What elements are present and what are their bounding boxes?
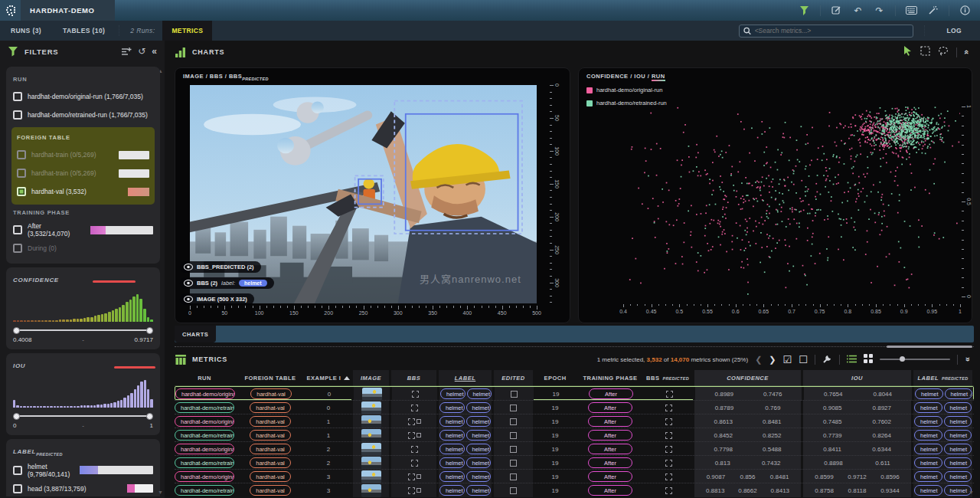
col-training-phase[interactable]: TRAINING PHASE — [577, 370, 643, 386]
scrollbar-thumb[interactable] — [887, 346, 972, 348]
label-pill[interactable]: helmet — [439, 485, 465, 496]
label-predicted-pill[interactable]: helmet — [914, 457, 942, 468]
checkbox[interactable] — [13, 484, 22, 493]
tab-metrics[interactable]: METRICS — [162, 21, 212, 41]
log-button[interactable]: LOG — [936, 27, 972, 34]
run-pill[interactable]: hardhat-demo/original-run — [175, 388, 235, 399]
collapse-sidebar-icon[interactable]: « — [152, 46, 157, 57]
table-row[interactable]: hardhat-demo/retrained-runhardhat-val3he… — [175, 483, 974, 496]
filter-item-foreign-table[interactable]: hardhat-train (0/5,269) — [17, 164, 149, 182]
edited-checkbox[interactable] — [510, 432, 517, 439]
iou-range-slider[interactable] — [13, 411, 153, 421]
checkbox[interactable] — [17, 169, 26, 178]
edited-checkbox[interactable] — [510, 405, 517, 411]
edited-checkbox[interactable] — [510, 473, 517, 480]
tools-icon[interactable] — [822, 354, 832, 365]
label-predicted-pill[interactable]: helmet — [914, 444, 942, 454]
col-foreign-table[interactable]: FOREIGN TABLE — [234, 370, 306, 386]
label-predicted-pill[interactable]: helmet — [944, 485, 972, 496]
add-filter-icon[interactable] — [121, 47, 132, 56]
run-pill[interactable]: hardhat-demo/original-run — [175, 444, 234, 454]
select-none-icon[interactable]: ☐ — [799, 354, 808, 365]
foreign-table-pill[interactable]: hardhat-val — [250, 388, 292, 399]
search-box[interactable] — [739, 25, 913, 38]
run-pill[interactable]: hardhat-demo/retrained-run — [175, 430, 234, 441]
col-edited[interactable]: EDITED — [492, 370, 533, 386]
foreign-table-pill[interactable]: hardhat-val — [250, 457, 291, 468]
filter-item-training-phase[interactable]: After (3,532/14,070) — [13, 221, 153, 239]
label-pill[interactable]: helmet — [439, 416, 465, 427]
run-pill[interactable]: hardhat-demo/retrained-run — [175, 457, 234, 468]
filter-item-label-predicted[interactable]: helmet (9,798/40,141) — [13, 461, 153, 480]
filter-item-run[interactable]: hardhat-demo/retrained-run (1,766/7,035) — [13, 106, 153, 124]
undo-icon[interactable]: ↶ — [852, 5, 864, 16]
grid-view-icon[interactable] — [864, 354, 873, 365]
scatter-plot[interactable] — [623, 103, 960, 300]
label-pill[interactable]: helmet — [439, 402, 465, 413]
select-all-icon[interactable]: ☑ — [783, 354, 792, 365]
label-predicted-pill[interactable]: helmet — [914, 471, 942, 482]
label-pill[interactable]: helmet — [466, 471, 492, 482]
checkbox[interactable] — [13, 110, 22, 120]
label-predicted-pill[interactable]: helmet — [944, 416, 972, 427]
label-predicted-pill[interactable]: helmet — [944, 471, 972, 482]
run-pill[interactable]: hardhat-demo/original-run — [175, 471, 234, 482]
table-scroll-up[interactable]: ▲ — [969, 392, 974, 397]
eye-icon[interactable] — [184, 264, 193, 270]
legend-item[interactable]: hardhat-demo/original-run — [586, 87, 662, 93]
eye-icon[interactable] — [184, 280, 193, 287]
iou-histogram[interactable] — [13, 378, 153, 408]
col-label-predicted[interactable]: LABELPREDICTED — [911, 370, 972, 386]
nav-tables[interactable]: TABLES (10) — [52, 27, 116, 34]
pointer-tool-icon[interactable] — [903, 45, 913, 59]
edited-checkbox[interactable] — [510, 446, 517, 453]
label-pill[interactable]: helmet — [467, 388, 492, 399]
label-predicted-pill[interactable]: helmet — [914, 402, 942, 413]
checkbox[interactable] — [17, 150, 26, 159]
label-pill[interactable]: helmet — [466, 402, 492, 413]
col-bbs-predicted[interactable]: BBSPREDICTED — [643, 370, 692, 386]
run-pill[interactable]: hardhat-demo/retrained-run — [175, 485, 234, 496]
foreign-table-pill[interactable]: hardhat-val — [250, 416, 291, 427]
image-thumbnail[interactable] — [361, 429, 381, 442]
label-pill[interactable]: helmet — [440, 388, 466, 399]
filter-item-training-phase[interactable]: During (0) — [13, 239, 153, 257]
foreign-table-pill[interactable]: hardhat-val — [250, 444, 291, 454]
table-row[interactable]: hardhat-demo/retrained-runhardhat-val2he… — [175, 455, 974, 469]
phase-pill[interactable]: After — [588, 485, 632, 496]
edited-checkbox[interactable] — [510, 487, 517, 494]
filter-item-label-predicted[interactable]: head (3,887/13,759) — [13, 480, 153, 496]
thumbnail-size-slider[interactable] — [880, 359, 950, 360]
lasso-select-icon[interactable] — [938, 45, 949, 59]
box-select-icon[interactable] — [920, 45, 930, 59]
edited-checkbox[interactable] — [510, 418, 517, 425]
checkbox[interactable] — [13, 92, 22, 101]
prev-page-icon[interactable]: ❮ — [755, 355, 762, 365]
filter-item-run[interactable]: hardhat-demo/original-run (1,766/7,035) — [13, 87, 153, 106]
image-thumbnail[interactable] — [361, 443, 381, 456]
col-bbs[interactable]: BBS — [389, 370, 436, 386]
col-example-id[interactable]: EXAMPLE I — [306, 370, 351, 386]
bounding-box[interactable] — [355, 175, 384, 207]
next-page-icon[interactable]: ❯ — [769, 355, 776, 365]
label-predicted-pill[interactable]: helmet — [944, 457, 972, 468]
search-input[interactable] — [755, 27, 910, 34]
checkbox[interactable] — [13, 466, 22, 475]
table-row[interactable]: hardhat-demo/original-runhardhat-val2hel… — [175, 441, 974, 455]
label-predicted-pill[interactable]: helmet — [914, 485, 942, 496]
run-pill[interactable]: hardhat-demo/original-run — [175, 416, 234, 427]
layer-toggle-pill[interactable]: IMAGE (500 X 332) — [180, 293, 254, 305]
bounding-box[interactable] — [394, 101, 522, 234]
label-pill[interactable]: helmet — [439, 457, 465, 468]
label-pill[interactable]: helmet — [439, 430, 465, 441]
layer-toggle-pill[interactable]: BBS_PREDICTED (2) — [180, 261, 261, 273]
eye-icon[interactable] — [184, 296, 193, 303]
col-label[interactable]: LABEL — [436, 370, 492, 386]
bounding-box[interactable] — [406, 114, 518, 231]
image-chart-card[interactable]: IMAGE / BBS / BBSPREDICTED — [175, 67, 570, 323]
image-thumbnail[interactable] — [361, 470, 381, 483]
confidence-range-slider[interactable] — [13, 326, 153, 335]
label-pill[interactable]: helmet — [466, 457, 492, 468]
checkbox[interactable] — [13, 225, 22, 234]
label-predicted-pill[interactable]: helmet — [914, 430, 942, 441]
